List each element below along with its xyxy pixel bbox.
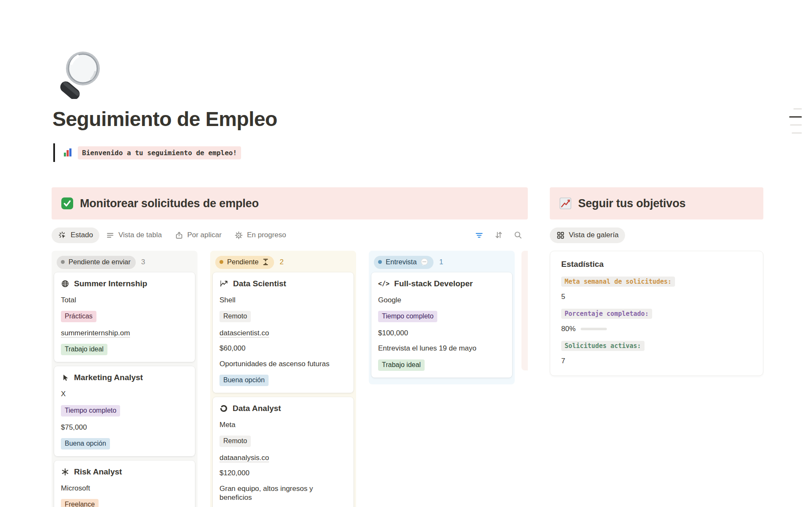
kanban-board: Pendiente de enviar3Summer InternshipTot… — [52, 251, 528, 507]
cursor-icon — [61, 373, 69, 382]
tag-trabajo-ideal: Trabajo ideal — [61, 344, 107, 355]
board-toolbar — [475, 230, 528, 240]
card-prop: Google — [378, 296, 505, 304]
list-icon — [106, 231, 115, 240]
card-prop-tag: Trabajo ideal — [378, 359, 505, 371]
check-mark-icon — [61, 197, 74, 210]
card-prop: Gran equipo, altos ingresos y beneficios — [219, 484, 347, 502]
stat-value-percent-complete: 80% — [561, 325, 752, 333]
stat-field-percent-complete: Porcentaje completado: 80% — [561, 301, 752, 333]
card-text-prop: $100,000 — [378, 329, 408, 337]
click-cursor-icon — [58, 231, 67, 240]
column-status-label: Pendiente de enviar — [69, 258, 131, 266]
search-icon[interactable] — [513, 230, 523, 240]
card-title: Data Analyst — [233, 404, 281, 413]
board-views-row: Estado Vista de tabla — [52, 226, 528, 244]
tag-freelance: Freelance — [61, 499, 99, 507]
hourglass-icon — [262, 258, 269, 266]
column-header[interactable]: Pendiente de enviar3 — [54, 253, 195, 272]
chart-up-icon — [219, 279, 228, 288]
card-text-prop: Meta — [219, 421, 236, 429]
tab-vista-de-tabla[interactable]: Vista de tabla — [99, 227, 168, 243]
card-title: Data Scientist — [233, 279, 286, 288]
tag-buena-opción: Buena opción — [61, 438, 110, 449]
tag-prácticas: Prácticas — [61, 311, 96, 322]
tab-estado-label: Estado — [71, 231, 93, 239]
card-prop-tag: Trabajo ideal — [61, 344, 188, 355]
tag-trabajo-ideal: Trabajo ideal — [378, 359, 425, 371]
tab-vista-de-tabla-label: Vista de tabla — [118, 231, 162, 239]
tab-estado[interactable]: Estado — [52, 227, 99, 243]
card-prop: datascientist.co — [219, 329, 347, 337]
tag-tiempo-completo: Tiempo completo — [378, 311, 437, 322]
column-header[interactable]: Pendiente2 — [213, 253, 354, 272]
card-link[interactable]: dataanalysis.co — [219, 454, 269, 462]
job-card-full-stack-developer[interactable]: </>Full-stack DeveloperGoogleTiempo comp… — [371, 272, 512, 378]
tag-remoto: Remoto — [219, 436, 251, 447]
card-text-prop: $75,000 — [61, 423, 87, 431]
card-text-prop: Microsoft — [61, 484, 90, 492]
status-dot — [61, 260, 65, 264]
column-status-pill[interactable]: Pendiente de enviar — [57, 256, 136, 269]
card-text-prop: Entrevista el lunes 19 de mayo — [378, 344, 476, 352]
card-text-prop: Total — [61, 296, 76, 304]
stat-label-percent-complete: Porcentaje completado: — [561, 309, 652, 319]
job-card-marketing-analyst[interactable]: Marketing AnalystXTiempo completo$75,000… — [54, 366, 195, 456]
asterisk-icon — [61, 468, 69, 476]
toc-line — [793, 108, 802, 110]
kanban-column-entrevista: Entrevista1</>Full-stack DeveloperGoogle… — [369, 251, 515, 384]
tab-vista-de-galeria[interactable]: Vista de galería — [550, 227, 625, 243]
tab-en-progreso[interactable]: En progreso — [228, 227, 293, 243]
card-prop: $100,000 — [378, 329, 505, 337]
page-icon-magnifying-glass[interactable] — [52, 47, 103, 99]
card-link[interactable]: datascientist.co — [219, 329, 269, 337]
stat-value-weekly-goal: 5 — [561, 293, 752, 301]
sort-icon[interactable] — [494, 230, 503, 240]
job-card-summer-internship[interactable]: Summer InternshipTotalPrácticassummerint… — [54, 272, 195, 362]
card-prop-tag: Buena opción — [219, 375, 347, 386]
tag-remoto: Remoto — [219, 311, 251, 322]
tab-por-aplicar[interactable]: Por aplicar — [168, 227, 228, 243]
tab-vista-de-galeria-label: Vista de galería — [569, 231, 619, 239]
card-prop-tag: Remoto — [219, 311, 347, 322]
toc-line-active — [789, 116, 802, 118]
card-link[interactable]: summerinternship.om — [61, 329, 130, 337]
card-prop-tag: Tiempo completo — [378, 311, 505, 322]
tag-tiempo-completo: Tiempo completo — [61, 405, 120, 417]
column-status-pill[interactable]: Pendiente — [215, 256, 274, 269]
column-header[interactable]: Entrevista1 — [371, 253, 512, 272]
card-prop-tag: Tiempo completo — [61, 405, 188, 417]
card-prop: Oportunidades de ascenso futuras — [219, 359, 347, 368]
code-icon: </> — [378, 280, 390, 288]
job-card-data-analyst[interactable]: Data AnalystMetaRemotodataanalysis.co$12… — [213, 397, 354, 507]
job-card-data-scientist[interactable]: Data ScientistShellRemotodatascientist.c… — [213, 272, 354, 393]
card-prop-tag: Prácticas — [61, 311, 188, 322]
card-prop: Microsoft — [61, 484, 188, 493]
card-prop: Shell — [219, 296, 347, 304]
status-dot — [219, 260, 223, 264]
gear-icon — [234, 231, 243, 240]
chart-increasing-icon — [559, 197, 572, 210]
card-prop-tag: Buena opción — [61, 438, 188, 449]
column-status-label: Entrevista — [386, 258, 417, 266]
job-card-risk-analyst[interactable]: Risk AnalystMicrosoftFreelance — [54, 460, 195, 507]
stat-value-active-applications: 7 — [561, 357, 752, 365]
stats-card[interactable]: Estadística Meta semanal de solicitudes:… — [550, 251, 763, 376]
status-dot — [378, 260, 382, 264]
notion-page: Seguimiento de Empleo Bienvenido a tu se… — [0, 0, 812, 507]
goals-section-heading: Seguir tus objetivos — [550, 187, 763, 219]
card-title: Full-stack Developer — [394, 279, 473, 288]
kanban-column-pendiente: Pendiente2Data ScientistShellRemotodatas… — [210, 251, 356, 507]
board-section: Monitorear solicitudes de empleo Estado — [52, 187, 528, 507]
welcome-callout: Bienvenido a tu seguimiento de empleo! — [53, 143, 812, 162]
filter-icon[interactable] — [475, 230, 484, 240]
stat-field-weekly-goal: Meta semanal de solicitudes: 5 — [561, 269, 752, 301]
toc-line — [792, 132, 802, 134]
card-text-prop: Gran equipo, altos ingresos y beneficios — [219, 485, 313, 502]
share-icon — [175, 231, 184, 240]
progress-bar — [581, 328, 607, 330]
bar-chart-icon — [63, 148, 73, 158]
card-text-prop: X — [61, 390, 66, 398]
table-of-contents-rail[interactable] — [789, 108, 802, 134]
column-status-pill[interactable]: Entrevista — [374, 256, 433, 269]
